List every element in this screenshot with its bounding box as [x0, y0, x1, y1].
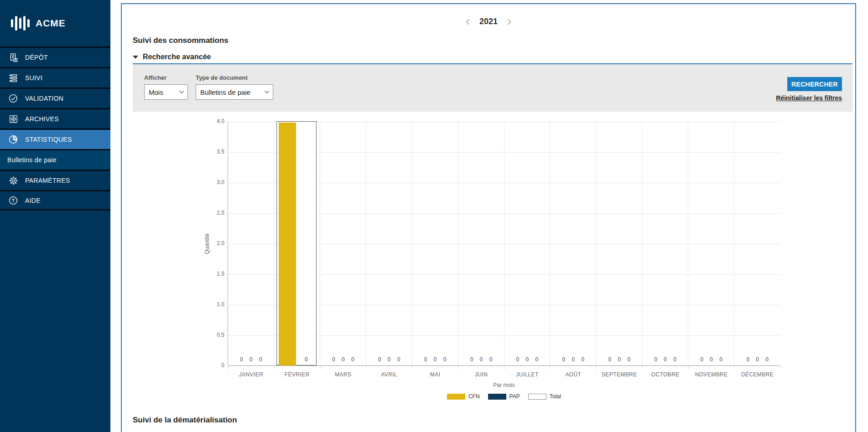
value-label: 0 — [664, 356, 667, 363]
legend-item-cfn[interactable]: CFN — [447, 393, 480, 400]
logo-bars-icon — [11, 16, 30, 31]
reset-filters-link[interactable]: Réinitialiser les filtres — [776, 94, 842, 102]
value-label: 0 — [765, 356, 769, 363]
sidebar-item-statistiques[interactable]: STATISTIQUES — [0, 129, 110, 149]
sidebar-item-bulletins-de-paie[interactable]: Bulletins de paie — [0, 149, 110, 170]
value-label: 0 — [535, 356, 539, 363]
legend-label: PAP — [509, 393, 520, 400]
value-label: 0 — [526, 356, 529, 363]
gear-icon — [8, 175, 18, 185]
legend-item-total[interactable]: Total — [528, 393, 561, 400]
filter-panel: Afficher Mois Type de document Bulletins… — [133, 63, 852, 112]
previous-year-button[interactable] — [465, 18, 470, 26]
value-label: 0 — [654, 356, 657, 363]
x-axis-tick — [780, 365, 781, 369]
value-label: 0 — [434, 356, 437, 363]
sidebar-item-validation[interactable]: VALIDATION — [0, 87, 110, 108]
afficher-filter-group: Afficher Mois — [144, 74, 188, 100]
x-axis-label: DÉCEMBRE — [730, 371, 785, 378]
type-document-label: Type de document — [196, 74, 273, 81]
value-label: 0 — [424, 356, 427, 363]
value-label: 0 — [259, 356, 262, 363]
y-axis-tick-label: 1.0 — [205, 301, 224, 308]
legend-label: CFN — [468, 393, 480, 400]
value-label: 0 — [351, 356, 354, 363]
chart-legend: CFNPAPTotal — [228, 393, 780, 400]
advanced-search-toggle[interactable]: Recherche avancée — [133, 53, 211, 61]
x-axis-tick — [412, 365, 413, 369]
sidebar: ACME DÉPÔT SUIVI — [0, 0, 110, 432]
x-axis-tick — [320, 365, 321, 369]
help-icon: ? — [8, 195, 18, 206]
check-circle-icon — [8, 93, 18, 103]
search-button[interactable]: RECHERCHER — [787, 77, 842, 91]
value-label: 0 — [756, 356, 759, 363]
legend-swatch — [528, 394, 546, 400]
x-axis-tick — [366, 365, 367, 369]
sidebar-item-aide[interactable]: ? AIDE — [0, 190, 110, 211]
document-upload-icon — [8, 52, 18, 62]
x-axis-tick — [458, 365, 459, 369]
sidebar-item-label: PARAMÈTRES — [25, 177, 70, 184]
app-logo: ACME — [0, 0, 110, 46]
svg-text:?: ? — [12, 198, 15, 203]
sidebar-item-suivi[interactable]: SUIVI — [0, 67, 110, 87]
value-label: 0 — [342, 356, 345, 363]
y-axis-tick-label: 3.5 — [205, 149, 224, 155]
sidebar-item-depot[interactable]: DÉPÔT — [0, 46, 110, 67]
safe-icon — [8, 114, 18, 124]
value-label: 0 — [710, 356, 713, 363]
pie-chart-icon — [8, 134, 18, 144]
sidebar-item-label: AIDE — [25, 197, 41, 204]
value-label: 0 — [489, 356, 493, 363]
legend-item-pap[interactable]: PAP — [488, 393, 520, 400]
value-label: 0 — [719, 356, 722, 363]
consumption-section-title: Suivi des consommations — [133, 36, 229, 45]
value-label: 0 — [618, 356, 621, 363]
value-label: 0 — [249, 356, 253, 363]
value-label: 0 — [572, 356, 575, 363]
value-label: 0 — [608, 356, 611, 363]
value-label: 0 — [332, 356, 335, 363]
value-label: 0 — [627, 356, 630, 363]
value-label: 0 — [470, 356, 473, 363]
value-label: 0 — [378, 356, 381, 363]
value-label: 0 — [516, 356, 520, 363]
collapse-caret-icon — [133, 56, 138, 59]
value-label: 0 — [443, 356, 447, 363]
advanced-search-title: Recherche avancée — [143, 53, 211, 61]
value-label: 0 — [397, 356, 400, 363]
type-document-select[interactable]: Bulletins de paie — [196, 85, 273, 99]
y-axis-tick-label: 2.0 — [205, 240, 224, 247]
dematerialisation-section-title: Suivi de la dématérialisation — [133, 416, 237, 425]
y-axis-tick-label: 0 — [205, 362, 224, 369]
x-axis-tick — [504, 365, 505, 369]
y-axis-tick-label: 4.0 — [205, 118, 224, 124]
x-axis-tick — [596, 365, 597, 369]
next-year-button[interactable] — [507, 18, 512, 26]
x-axis-tick — [688, 365, 689, 369]
afficher-label: Afficher — [144, 74, 188, 81]
value-label: 0 — [240, 356, 243, 363]
year-navigation: 2021 — [122, 17, 855, 26]
list-icon — [8, 73, 18, 83]
main-content-panel: 2021 Suivi des consommations Recherche a… — [121, 3, 856, 432]
x-axis-tick — [550, 365, 551, 369]
sidebar-item-parametres[interactable]: PARAMÈTRES — [0, 170, 110, 190]
value-label: 0 — [388, 356, 391, 363]
value-label: 0 — [480, 356, 483, 363]
sidebar-item-label: STATISTIQUES — [25, 136, 72, 143]
y-axis-tick-label: 0.5 — [205, 332, 224, 338]
afficher-select[interactable]: Mois — [145, 85, 187, 99]
sidebar-item-archives[interactable]: ARCHIVES — [0, 108, 110, 129]
value-label: 0 — [673, 356, 676, 363]
x-axis-tick — [734, 365, 735, 369]
value-label: 0 — [305, 356, 308, 363]
x-axis-title: Par mois — [228, 382, 780, 388]
value-label: 0 — [562, 356, 566, 363]
y-axis-tick-label: 3.0 — [205, 179, 224, 185]
value-label: 0 — [700, 356, 703, 363]
sidebar-item-label: VALIDATION — [25, 95, 63, 102]
bar-chart: Quantité Par mois CFNPAPTotal 4.03.53.02… — [228, 122, 780, 366]
sidebar-item-label: Bulletins de paie — [7, 156, 57, 164]
